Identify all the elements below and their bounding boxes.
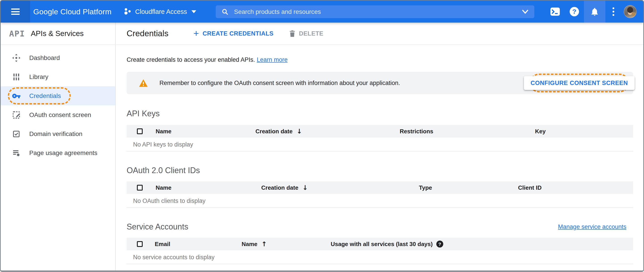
sidebar: API APIs & Services Dashboard — [1, 23, 116, 270]
api-product-logo: API — [9, 29, 25, 38]
column-header-name: Name — [156, 128, 172, 135]
sidebar-nav: Dashboard Library Credenti — [1, 45, 115, 162]
column-header-client-id: Client ID — [518, 184, 542, 191]
dashboard-icon — [12, 53, 21, 62]
sidebar-item-domain-verification[interactable]: Domain verification — [1, 124, 115, 143]
cloud-shell-icon — [550, 7, 560, 16]
help-icon: ? — [570, 7, 579, 16]
api-keys-empty-row: No API keys to display — [126, 138, 633, 152]
column-header-type: Type — [419, 184, 432, 191]
project-caret-icon — [191, 10, 196, 13]
oauth-clients-table-header: Name Creation date ↓ Type Client ID — [126, 181, 633, 194]
gcp-logo[interactable]: Google Cloud Platform — [33, 7, 112, 16]
usage-help-icon[interactable]: ? — [436, 241, 443, 248]
main-menu-button[interactable] — [1, 1, 30, 23]
search-icon — [222, 8, 229, 16]
trash-icon — [289, 30, 296, 38]
tutorial-highlight-outline: CONFIGURE CONSENT SCREEN — [530, 74, 629, 92]
configure-consent-screen-button[interactable]: CONFIGURE CONSENT SCREEN — [524, 76, 634, 90]
page-title: Credentials — [126, 29, 168, 38]
column-header-creation-date[interactable]: Creation date ↓ — [261, 184, 308, 191]
list-settings-icon — [12, 149, 21, 157]
page-header: Credentials + CREATE CREDENTIALS DELETE — [116, 23, 643, 45]
sidebar-item-credentials[interactable]: Credentials — [1, 86, 115, 105]
column-header-usage: Usage with all services (last 30 days) ? — [331, 241, 443, 248]
more-options-button[interactable] — [605, 1, 622, 23]
notifications-button[interactable] — [584, 1, 605, 23]
service-accounts-title-row: Service Accounts Manage service accounts — [126, 222, 633, 232]
column-header-name: Name — [156, 184, 172, 191]
search-options-chevron-icon[interactable] — [522, 10, 528, 14]
content-area: Create credentials to access your enable… — [116, 55, 643, 264]
gcp-console-window: Google Cloud Platform Cloudflare Access … — [0, 0, 644, 272]
kebab-icon — [612, 7, 614, 16]
sidebar-title: APIs & Services — [31, 29, 84, 38]
intro-text: Create credentials to access your enable… — [126, 55, 633, 64]
column-header-restrictions: Restrictions — [400, 128, 433, 135]
bell-icon — [590, 7, 599, 17]
hamburger-icon — [11, 9, 20, 15]
manage-service-accounts-link[interactable]: Manage service accounts — [558, 223, 626, 230]
sidebar-item-page-usage-agreements[interactable]: Page usage agreements — [1, 143, 115, 162]
sort-desc-icon[interactable]: ↓ — [302, 184, 308, 191]
key-icon — [12, 91, 21, 100]
sidebar-header: API APIs & Services — [1, 23, 115, 45]
search-input[interactable]: Search products and resources — [234, 8, 522, 16]
consent-screen-icon — [12, 111, 21, 119]
section-title-oauth-clients: OAuth 2.0 Client IDs — [126, 165, 633, 176]
project-name: Cloudflare Access — [135, 8, 187, 16]
select-all-checkbox[interactable] — [137, 185, 143, 191]
column-header-key: Key — [535, 128, 546, 135]
select-all-checkbox[interactable] — [137, 128, 143, 134]
select-all-checkbox[interactable] — [137, 241, 143, 247]
service-accounts-table-header: Email Name ↑ Usage with all services (la… — [126, 238, 633, 250]
delete-button[interactable]: DELETE — [289, 30, 324, 38]
project-hexagons-icon — [124, 8, 132, 16]
section-title-api-keys: API Keys — [126, 108, 633, 119]
avatar[interactable] — [624, 5, 637, 18]
sidebar-item-library[interactable]: Library — [1, 67, 115, 86]
sort-asc-icon[interactable]: ↑ — [262, 240, 267, 248]
library-icon — [12, 73, 21, 81]
topbar-actions: ? — [546, 1, 643, 23]
help-button[interactable]: ? — [565, 1, 584, 23]
main-content: Credentials + CREATE CREDENTIALS DELETE … — [116, 23, 643, 270]
column-header-creation-date[interactable]: Creation date ↓ — [256, 127, 302, 135]
sort-desc-icon[interactable]: ↓ — [296, 127, 302, 135]
learn-more-link[interactable]: Learn more — [257, 56, 288, 63]
banner-message: Remember to configure the OAuth consent … — [160, 80, 400, 87]
search-bar[interactable]: Search products and resources — [216, 5, 534, 18]
column-header-name[interactable]: Name ↑ — [242, 240, 267, 248]
section-title-service-accounts: Service Accounts — [126, 222, 188, 232]
warning-icon — [139, 79, 148, 87]
column-header-email: Email — [155, 241, 170, 248]
consent-warning-banner: Remember to configure the OAuth consent … — [126, 72, 633, 94]
service-accounts-empty-row: No service accounts to display — [126, 250, 633, 264]
oauth-clients-empty-row: No OAuth clients to display — [126, 194, 633, 208]
plus-icon: + — [194, 29, 199, 38]
create-credentials-button[interactable]: + CREATE CREDENTIALS — [194, 29, 274, 38]
sidebar-item-dashboard[interactable]: Dashboard — [1, 48, 115, 67]
verified-checkbox-icon — [12, 130, 21, 138]
top-app-bar: Google Cloud Platform Cloudflare Access … — [1, 1, 643, 23]
cloud-shell-button[interactable] — [546, 1, 565, 23]
project-selector[interactable]: Cloudflare Access — [124, 8, 196, 16]
api-keys-table-header: Name Creation date ↓ Restrictions Key — [126, 125, 633, 138]
sidebar-item-oauth-consent-screen[interactable]: OAuth consent screen — [1, 105, 115, 124]
